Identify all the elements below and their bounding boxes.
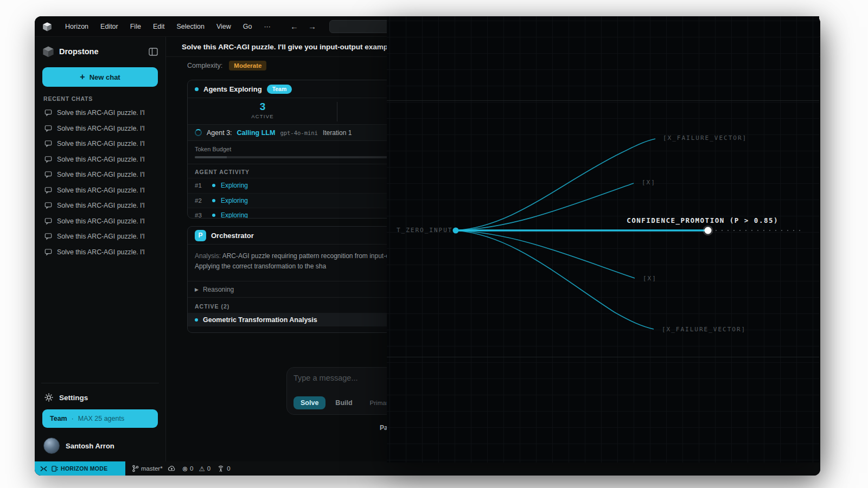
warning-count: 0 [207, 465, 210, 472]
plus-icon: + [80, 72, 85, 82]
remote-icon [40, 466, 47, 472]
agent-number: #3 [195, 212, 207, 219]
input-node[interactable] [453, 228, 459, 234]
trajectory-diagram [387, 16, 819, 463]
x-label-bottom: [X] [643, 275, 657, 282]
menu-horizon[interactable]: Horizon [60, 21, 94, 33]
team-mode-button[interactable]: Team · MAX 25 agents [42, 409, 158, 428]
ports-indicator[interactable]: 0 [217, 465, 230, 472]
collapse-arrow-icon: ▶ [195, 287, 199, 292]
error-icon: ⊗ [182, 465, 188, 473]
chat-bubble-icon [44, 233, 52, 240]
chat-bubble-icon [44, 217, 52, 225]
agent-status: Exploring [221, 211, 248, 219]
chat-item-label: Solve this ARC-AGI puzzle. I'l [57, 125, 145, 132]
chat-list-item[interactable]: Solve this ARC-AGI puzzle. I'l [42, 229, 158, 245]
agent-action: Calling LLM [237, 129, 276, 137]
input-node-label: T_ZERO_INPUT [397, 227, 452, 234]
chat-bubble-icon [44, 156, 52, 163]
avatar [43, 438, 60, 454]
branch-indicator[interactable]: master* [132, 465, 176, 472]
active-agents-stat: 3 ACTIVE [235, 101, 290, 119]
solve-button[interactable]: Solve [293, 396, 326, 409]
chat-item-label: Solve this ARC-AGI puzzle. I'l [57, 171, 145, 178]
new-chat-button[interactable]: + New chat [42, 67, 158, 87]
complexity-row: Complexity: Moderate [187, 61, 266, 70]
chat-bubble-icon [44, 125, 52, 132]
menu-selection[interactable]: Selection [171, 21, 209, 33]
broadcast-tower-icon [217, 465, 225, 472]
orchestrator-title: Orchestrator [211, 232, 254, 240]
forward-arrow-icon[interactable]: → [304, 21, 321, 32]
reasoning-label: Reasoning [203, 286, 234, 293]
chat-list-item[interactable]: Solve this ARC-AGI puzzle. I'l [42, 121, 158, 137]
warning-icon: ⚠ [199, 465, 205, 473]
sidebar-divider [41, 383, 159, 383]
visualization-overlay: T_ZERO_INPUT CONFIDENCE_PROMOTION (P > 0… [387, 16, 819, 463]
horizon-mode-icon [52, 466, 58, 472]
problems-indicator[interactable]: ⊗ 0 ⚠ 0 [182, 465, 211, 473]
agent-model: gpt-4o-mini [280, 130, 318, 136]
status-dot-icon [195, 87, 199, 91]
analysis-label: Analysis: [195, 252, 221, 260]
user-name: Santosh Arron [66, 442, 114, 450]
chat-item-label: Solve this ARC-AGI puzzle. I'l [57, 217, 145, 225]
team-badge: Team [267, 85, 292, 94]
menu-view[interactable]: View [211, 21, 237, 33]
sidebar-header: Dropstone [42, 37, 158, 63]
spinner-icon [195, 129, 202, 136]
team-mode-detail: MAX 25 agents [78, 415, 124, 422]
dropstone-logo-icon [42, 46, 54, 57]
agents-card-title: Agents Exploring [203, 85, 262, 93]
stats-divider [337, 102, 337, 121]
agent-number: #1 [195, 182, 207, 189]
trajectory-curve [456, 230, 654, 329]
chat-bubble-icon [44, 248, 52, 256]
recent-chats-heading: RECENT CHATS [43, 95, 157, 102]
token-budget-fill [195, 156, 227, 158]
active-task-label: Geometric Transformation Analysis [203, 316, 317, 324]
new-chat-label: New chat [90, 73, 120, 81]
status-mode-segment[interactable]: HORIZON MODE [35, 461, 125, 476]
team-mode-separator: · [72, 415, 74, 422]
promotion-node[interactable] [705, 227, 712, 234]
status-dot-icon [195, 318, 198, 322]
complexity-label: Complexity: [187, 62, 222, 69]
chat-list-item[interactable]: Solve this ARC-AGI puzzle. I'l [42, 245, 158, 260]
chat-list-item[interactable]: Solve this ARC-AGI puzzle. I'l [42, 136, 158, 152]
chat-list-item[interactable]: Solve this ARC-AGI puzzle. I'l [42, 105, 158, 121]
chat-item-label: Solve this ARC-AGI puzzle. I'l [57, 140, 145, 147]
panel-toggle-icon[interactable] [149, 48, 158, 56]
chat-list-item[interactable]: Solve this ARC-AGI puzzle. I'l [42, 167, 158, 183]
chat-item-label: Solve this ARC-AGI puzzle. I'l [57, 248, 145, 256]
chat-list-item[interactable]: Solve this ARC-AGI puzzle. I'l [42, 214, 158, 229]
app-name: Dropstone [59, 47, 144, 56]
settings-button[interactable]: Settings [42, 390, 158, 409]
menu-go[interactable]: Go [238, 21, 258, 33]
agent-id: Agent 3: [207, 129, 232, 137]
chat-list-item[interactable]: Solve this ARC-AGI puzzle. I'l [42, 198, 158, 214]
mode-label: HORIZON MODE [61, 465, 107, 472]
promotion-label: CONFIDENCE_PROMOTION (P > 0.85) [615, 216, 778, 224]
chat-bubble-icon [44, 202, 52, 209]
git-branch-icon [132, 465, 139, 472]
menu-overflow[interactable]: ··· [258, 21, 276, 33]
chat-bubble-icon [44, 140, 52, 147]
chat-item-label: Solve this ARC-AGI puzzle. I'l [57, 109, 145, 117]
menu-file[interactable]: File [125, 21, 146, 33]
menu-edit[interactable]: Edit [148, 21, 170, 33]
chat-list-item[interactable]: Solve this ARC-AGI puzzle. I'l [42, 183, 158, 198]
profile-row[interactable]: Santosh Arron [42, 436, 158, 455]
chat-item-label: Solve this ARC-AGI puzzle. I'l [57, 202, 145, 209]
chat-item-label: Solve this ARC-AGI puzzle. I'l [57, 187, 145, 194]
menu-editor[interactable]: Editor [95, 21, 124, 33]
chat-bubble-icon [44, 171, 52, 178]
agent-number: #2 [195, 197, 207, 204]
error-count: 0 [190, 465, 193, 472]
build-button[interactable]: Build [331, 396, 356, 409]
x-label-top: [X] [642, 179, 656, 186]
back-arrow-icon[interactable]: ← [286, 21, 303, 32]
status-dot-icon [212, 214, 215, 217]
failure-vector-label-bottom: [X_FAILURE_VECTOR] [662, 326, 746, 333]
chat-list-item[interactable]: Solve this ARC-AGI puzzle. I'l [42, 152, 158, 168]
